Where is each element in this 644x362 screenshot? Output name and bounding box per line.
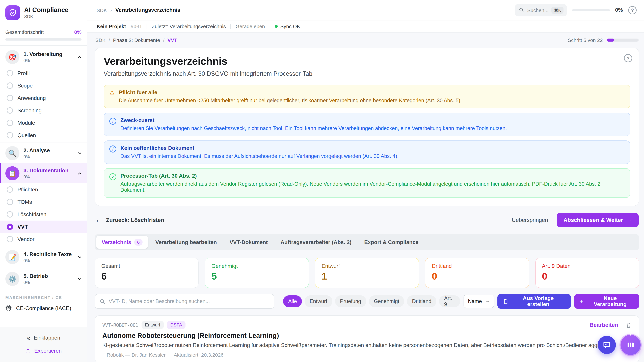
warning-triangle-icon: ⚠ [109,89,115,104]
filter-chip-art9[interactable]: Art. 9 [439,295,460,307]
status-filter-chips: Alle Entwurf Pruefung Genehmigt Drittlan… [283,295,460,307]
sidebar-item-label: VVT [18,224,28,230]
sidebar-item-module[interactable]: Module [0,117,87,129]
phase-dokumentation[interactable]: 📋 3. Dokumentation 0% [0,163,87,183]
back-button[interactable]: ← Zurueck: Löschfristen [95,216,164,224]
keyboard-shortcut-badge: ⌘K [552,6,563,13]
entry-department: Robotik — Dr. Jan Kessler [107,352,166,358]
sidebar-item-toms[interactable]: TOMs [0,196,87,208]
sort-select[interactable]: Name [464,295,494,308]
sidebar-footer: « Einklappen Exportieren [0,327,87,362]
phase-betrieb[interactable]: ⚙️ 5. Betrieb 0% [0,269,87,289]
sidebar-item-scope[interactable]: Scope [0,79,87,92]
stat-label: Gesamt [101,263,192,269]
collapse-label: Einklappen [34,335,60,341]
overall-progress-label: Gesamtfortschritt [5,29,44,35]
vvt-entry-card[interactable]: VVT-ROBOT-001 Entwurf DSFA Autonome Robo… [94,316,639,362]
stat-card-gesamt: Gesamt 6 [94,258,199,288]
alert-title: Processor-Tab (Art. 30 Abs. 2) [120,173,624,179]
search-icon [519,7,524,13]
sidebar-item-vvt[interactable]: VVT [0,221,87,233]
phase-rechtliche-texte[interactable]: 📝 4. Rechtliche Texte 0% [0,247,87,267]
divider [230,24,231,29]
complete-next-button[interactable]: Abschliessen & Weiter → [557,213,639,227]
content-area: SDK / Phase 2: Dokumente / VVT Schritt 5… [87,32,644,362]
sidebar-item-quellen[interactable]: Quellen [0,129,87,141]
tab-export-compliance[interactable]: Export & Compliance [359,236,424,248]
stat-card-drittland: Drittland 0 [425,258,529,288]
tab-auftragsverarbeiter[interactable]: Auftragsverarbeiter (Abs. 2) [275,236,357,248]
sidebar-item-anwendung[interactable]: Anwendung [0,92,87,104]
tab-verarbeitung-bearbeiten[interactable]: Verarbeitung bearbeiten [150,236,222,248]
export-button[interactable]: Exportieren [0,345,87,357]
skip-button[interactable]: Ueberspringen [512,217,548,223]
page-crumb-phase[interactable]: Phase 2: Dokumente [113,37,160,43]
filter-chip-alle[interactable]: Alle [283,295,302,307]
panel-toggle-button[interactable] [620,335,641,355]
tab-label: Verarbeitung bearbeiten [156,239,217,245]
sidebar-nav: 🎯 1. Vorbereitung 0% Profil Scope Anwend… [0,45,87,327]
tab-count-badge: 6 [134,239,142,246]
divider [0,246,87,246]
sidebar-item-screening[interactable]: Screening [0,104,87,117]
sidebar-item-ce-compliance[interactable]: CE-Compliance (IACE) [0,302,87,315]
sidebar-item-label: Scope [18,83,33,89]
sidebar-item-profil[interactable]: Profil [0,67,87,79]
divider [0,142,87,142]
alert-title: Pflicht fuer alle [119,89,624,95]
filter-chip-pruefung[interactable]: Pruefung [335,295,366,307]
page-crumb-current: VVT [168,37,177,43]
tab-verzeichnis[interactable]: Verzeichnis 6 [96,236,148,249]
filter-chip-genehmigt[interactable]: Genehmigt [369,295,404,307]
memo-icon: 📝 [5,250,20,264]
page-subtitle: Verarbeitungsverzeichnis nach Art. 30 DS… [104,70,630,77]
global-search-button[interactable]: Suchen... ⌘K [515,4,567,16]
project-name: Kein Projekt [96,23,126,29]
info-icon: i [109,118,116,125]
check-circle-icon: ✓ [109,173,116,180]
alert-title: Zweck-zuerst [120,117,624,123]
phase-vorbereitung[interactable]: 🎯 1. Vorbereitung 0% [0,47,87,67]
vvt-search-input[interactable] [109,298,269,304]
help-icon[interactable]: ? [624,54,632,62]
stat-label: Entwurf [322,263,412,269]
collapse-sidebar-button[interactable]: « Einklappen [0,331,87,345]
filter-chip-drittland[interactable]: Drittland [407,295,436,307]
filter-bar: Alle Entwurf Pruefung Genehmigt Drittlan… [94,294,639,309]
vvt-search-field[interactable] [94,294,274,309]
tab-label: VVT-Dokument [230,239,268,245]
filter-chip-entwurf[interactable]: Entwurf [304,295,332,307]
new-processing-button[interactable]: + Neue Verarbeitung [574,294,639,309]
tab-label: Auftragsverarbeiter (Abs. 2) [280,239,352,245]
alerts-list: ⚠ Pflicht fuer alle Die Ausnahme fuer Un… [104,85,630,198]
complete-next-label: Abschliessen & Weiter [564,217,623,223]
sidebar-item-label: Löschfristen [18,211,46,217]
gear-icon: ⚙️ [5,272,20,286]
sidebar-item-label: CE-Compliance (IACE) [16,305,71,311]
tab-vvt-dokument[interactable]: VVT-Dokument [224,236,273,248]
chat-assistant-button[interactable] [598,336,616,354]
stat-value: 6 [101,271,192,282]
slash-separator: / [163,37,164,43]
sidebar-item-pflichten[interactable]: Pflichten [0,183,87,196]
stat-value: 0 [432,271,522,282]
page-crumb-sdk[interactable]: SDK [95,37,106,43]
radio-icon [7,82,13,89]
create-from-template-button[interactable]: Aus Vorlage erstellen [497,294,571,309]
back-label: Zurueck: Löschfristen [106,217,164,223]
alert-title: Kein oeffentliches Dokument [120,145,624,151]
sidebar-item-vendor[interactable]: Vendor [0,233,87,245]
last-saved-time: Gerade eben [236,23,265,29]
edit-entry-button[interactable]: Bearbeiten [590,322,618,328]
entry-status-badge: Entwurf [142,321,164,329]
breadcrumb-root[interactable]: SDK [96,7,107,13]
sidebar-item-loeschfristen[interactable]: Löschfristen [0,208,87,221]
tab-label: Export & Compliance [364,239,418,245]
phase-analyse[interactable]: 🔍 2. Analyse 0% [0,143,87,163]
entry-description: KI-gesteuerte Schweißroboter nutzen Rein… [102,342,632,348]
trash-icon[interactable] [626,322,632,328]
help-icon[interactable]: ? [628,6,636,14]
stat-label: Drittland [432,263,522,269]
divider [0,268,87,268]
phase-label: 1. Vorbereitung [24,51,73,57]
